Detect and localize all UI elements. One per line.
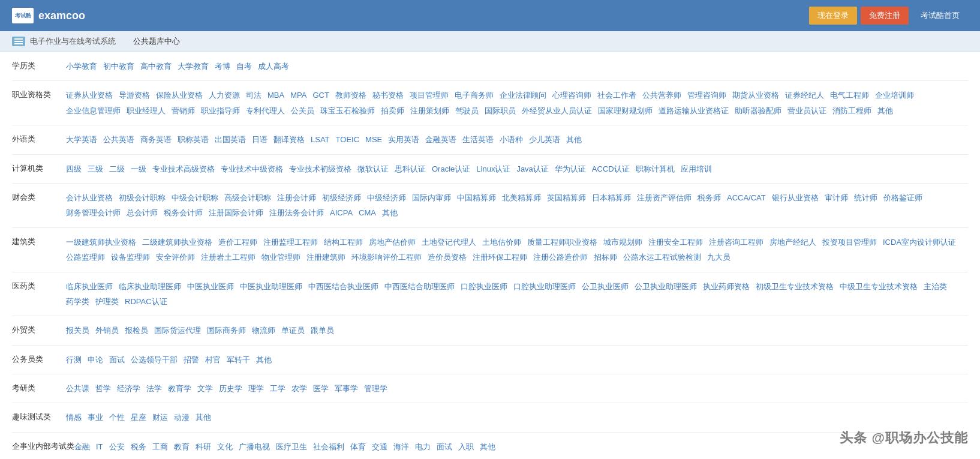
- category-link[interactable]: 统计师: [854, 191, 877, 205]
- category-link[interactable]: 公共英语: [103, 133, 134, 146]
- category-link[interactable]: 中西医结合执业医师: [308, 280, 378, 293]
- category-link[interactable]: 总会计师: [127, 206, 158, 220]
- category-link[interactable]: 历史学: [219, 382, 242, 395]
- category-link[interactable]: TOEIC: [336, 133, 360, 146]
- category-link[interactable]: 造价员资格: [428, 250, 467, 264]
- category-link[interactable]: 入职: [458, 440, 474, 454]
- category-link[interactable]: 经济学: [117, 382, 140, 395]
- category-link[interactable]: 三级: [88, 162, 103, 176]
- category-link[interactable]: Linux认证: [476, 162, 510, 176]
- category-link[interactable]: ACCD认证: [592, 162, 630, 176]
- category-link[interactable]: 中西医结合助理医师: [384, 280, 455, 293]
- category-link[interactable]: 初级会计职称: [119, 191, 166, 205]
- category-link[interactable]: 口腔执业医师: [461, 280, 507, 293]
- category-link[interactable]: 企业培训师: [875, 88, 914, 102]
- category-link[interactable]: 职称英语: [178, 133, 209, 146]
- category-link[interactable]: 实用英语: [388, 133, 419, 146]
- category-link[interactable]: 质量工程师职业资格: [527, 235, 597, 249]
- category-link[interactable]: 广播电视: [239, 440, 270, 454]
- category-link[interactable]: 驾驶员: [455, 104, 479, 118]
- category-link[interactable]: 自考: [236, 59, 252, 73]
- category-link[interactable]: 价格鉴证师: [883, 191, 922, 205]
- category-link[interactable]: 教育: [174, 440, 190, 454]
- category-link[interactable]: 药学类: [66, 295, 89, 308]
- category-link[interactable]: 农学: [291, 382, 307, 395]
- category-link[interactable]: 大学英语: [66, 133, 97, 146]
- category-link[interactable]: 注册安全工程师: [648, 235, 703, 249]
- category-link[interactable]: Java认证: [516, 162, 548, 176]
- category-link[interactable]: 军转干: [227, 353, 250, 367]
- category-link[interactable]: 社会福利: [313, 440, 344, 454]
- category-link[interactable]: 主治类: [924, 280, 947, 293]
- category-link[interactable]: 会计从业资格: [66, 191, 113, 205]
- category-link[interactable]: 物流师: [252, 323, 275, 337]
- category-link[interactable]: 消防工程师: [832, 104, 871, 118]
- category-link[interactable]: 高中教育: [140, 59, 172, 73]
- category-link[interactable]: 房地产经纪人: [769, 235, 816, 249]
- category-link[interactable]: 临床执业医师: [66, 280, 113, 293]
- category-link[interactable]: 证券从业资格: [66, 88, 113, 102]
- category-link[interactable]: AICPA: [330, 206, 353, 220]
- category-link[interactable]: LSAT: [311, 133, 330, 146]
- category-link[interactable]: 少儿英语: [529, 133, 560, 146]
- category-link[interactable]: 安全评价师: [156, 250, 195, 264]
- category-link[interactable]: 电子商务师: [455, 88, 494, 102]
- home-button[interactable]: 考试酷首页: [912, 7, 968, 25]
- category-link[interactable]: 导游资格: [119, 88, 150, 102]
- category-link[interactable]: 国家理财规划师: [598, 104, 653, 118]
- category-link[interactable]: 教育学: [168, 382, 191, 395]
- category-link[interactable]: 注册策划师: [410, 104, 449, 118]
- category-link[interactable]: GCT: [312, 88, 329, 102]
- category-link[interactable]: 村官: [205, 353, 221, 367]
- category-link[interactable]: 面试: [109, 353, 125, 367]
- category-link[interactable]: 助听器验配师: [735, 104, 781, 118]
- category-link[interactable]: 行测: [66, 353, 82, 367]
- category-link[interactable]: 军事学: [335, 382, 358, 395]
- category-link[interactable]: 注册咨询工程师: [709, 235, 763, 249]
- category-link[interactable]: 金融英语: [425, 133, 456, 146]
- category-link[interactable]: 报检员: [125, 323, 148, 337]
- category-link[interactable]: 文学: [197, 382, 213, 395]
- category-link[interactable]: 其他: [256, 353, 272, 367]
- category-link[interactable]: 高级会计职称: [224, 191, 271, 205]
- category-link[interactable]: 单证员: [281, 323, 305, 337]
- category-link[interactable]: 日本精算师: [592, 191, 631, 205]
- category-link[interactable]: 申论: [88, 353, 103, 367]
- category-link[interactable]: 注册国际会计师: [209, 206, 263, 220]
- category-link[interactable]: 招标师: [594, 250, 617, 264]
- category-link[interactable]: 注册资产评估师: [637, 191, 692, 205]
- category-link[interactable]: 电气工程师: [830, 88, 869, 102]
- category-link[interactable]: 交通: [372, 440, 387, 454]
- category-link[interactable]: 体育: [350, 440, 366, 454]
- category-link[interactable]: 教师资格: [335, 88, 366, 102]
- category-link[interactable]: 哲学: [95, 382, 111, 395]
- category-link[interactable]: 中级经济师: [367, 191, 406, 205]
- category-link[interactable]: MSE: [365, 133, 382, 146]
- category-link[interactable]: 工学: [270, 382, 285, 395]
- category-link[interactable]: RDPAC认证: [125, 295, 167, 308]
- category-link[interactable]: 中级会计职称: [172, 191, 218, 205]
- category-link[interactable]: 注册会计师: [277, 191, 316, 205]
- breadcrumb-link1[interactable]: 电子作业与在线考试系统: [30, 36, 116, 47]
- category-link[interactable]: 设备监理师: [111, 250, 150, 264]
- category-link[interactable]: 其他: [196, 410, 211, 424]
- category-link[interactable]: 注册环保工程师: [473, 250, 527, 264]
- category-link[interactable]: 外经贸从业人员认证: [522, 104, 592, 118]
- category-link[interactable]: 营业员认证: [787, 104, 826, 118]
- category-link[interactable]: 小语种: [500, 133, 523, 146]
- category-link[interactable]: 营销师: [172, 104, 195, 118]
- category-link[interactable]: 银行从业资格: [772, 191, 819, 205]
- category-link[interactable]: 国际职员: [485, 104, 516, 118]
- category-link[interactable]: 执业药师资格: [703, 280, 750, 293]
- category-link[interactable]: 电力: [415, 440, 431, 454]
- category-link[interactable]: 企业法律顾问: [500, 88, 546, 102]
- category-link[interactable]: 口腔执业助理医师: [513, 280, 576, 293]
- category-link[interactable]: 日语: [252, 133, 267, 146]
- category-link[interactable]: 其他: [480, 440, 495, 454]
- category-link[interactable]: 大学教育: [178, 59, 209, 73]
- category-link[interactable]: 期货从业资格: [732, 88, 779, 102]
- category-link[interactable]: 考博: [215, 59, 230, 73]
- category-link[interactable]: 初级经济师: [322, 191, 361, 205]
- category-link[interactable]: 星座: [131, 410, 146, 424]
- category-link[interactable]: 公路水运工程试验检测: [623, 250, 701, 264]
